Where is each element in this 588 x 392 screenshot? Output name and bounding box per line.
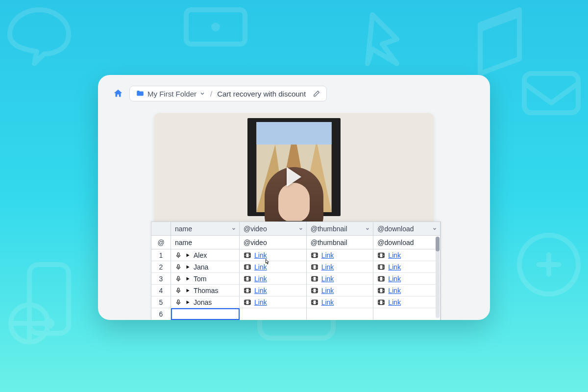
name-cell[interactable]: Thomas <box>171 285 240 296</box>
subheader-thumbnail[interactable]: @thumbnail <box>307 236 374 249</box>
subheader-download[interactable]: @download <box>373 236 441 249</box>
svg-rect-33 <box>378 300 384 304</box>
link-cell[interactable]: Link <box>373 249 441 261</box>
svg-rect-25 <box>378 276 384 281</box>
chevron-down-icon[interactable] <box>365 226 370 231</box>
svg-rect-2 <box>186 10 245 44</box>
breadcrumb-box: My First Folder / Cart recovery with dis… <box>129 86 327 101</box>
chevron-down-icon[interactable] <box>231 226 236 231</box>
spreadsheet[interactable]: name @video @thumbnail @download @ name … <box>151 221 441 320</box>
name-cell[interactable] <box>171 308 240 320</box>
row-index[interactable]: 4 <box>151 285 171 296</box>
name-cell[interactable]: Jana <box>171 261 240 272</box>
link-cell[interactable]: Link <box>240 249 307 261</box>
play-icon[interactable] <box>185 252 191 258</box>
link[interactable]: Link <box>254 263 267 271</box>
scrollbar[interactable] <box>436 237 440 318</box>
row-index[interactable]: 5 <box>151 296 171 308</box>
breadcrumb-folder[interactable]: My First Folder <box>136 89 205 98</box>
row-index[interactable]: 2 <box>151 261 171 272</box>
name-cell[interactable]: Tom <box>171 273 240 284</box>
sheet-subheader-row: @ name @video @thumbnail @download <box>151 236 441 249</box>
svg-rect-27 <box>245 288 250 293</box>
link[interactable]: Link <box>388 298 401 306</box>
svg-rect-20 <box>312 265 318 269</box>
link-cell[interactable]: Link <box>307 285 374 296</box>
link-cell[interactable] <box>373 308 441 320</box>
chevron-down-icon[interactable] <box>432 226 437 231</box>
film-icon <box>244 298 251 306</box>
link[interactable]: Link <box>388 263 401 271</box>
film-icon <box>377 263 385 271</box>
link-cell[interactable]: Link <box>307 273 374 284</box>
svg-rect-26 <box>177 288 179 291</box>
subheader-name[interactable]: name <box>171 236 240 249</box>
subheader-at[interactable]: @ <box>151 236 171 249</box>
link[interactable]: Link <box>254 251 267 259</box>
link[interactable]: Link <box>388 251 401 259</box>
edit-icon[interactable] <box>313 90 320 98</box>
link[interactable]: Link <box>321 263 334 271</box>
sheet-header-corner <box>151 222 171 235</box>
svg-rect-17 <box>378 253 384 257</box>
link-cell[interactable]: Link <box>240 296 307 308</box>
film-icon <box>311 287 318 294</box>
column-label: @download <box>377 225 414 233</box>
link[interactable]: Link <box>254 275 267 283</box>
sheet-header-name[interactable]: name <box>171 222 240 235</box>
sheet-header-thumbnail[interactable]: @thumbnail <box>307 222 374 235</box>
svg-rect-32 <box>312 300 318 304</box>
subheader-video[interactable]: @video <box>240 236 307 249</box>
link-cell[interactable]: Link <box>307 296 374 308</box>
link-cell[interactable] <box>240 308 307 320</box>
play-icon[interactable] <box>287 167 301 187</box>
sheet-header-video[interactable]: @video <box>240 222 307 235</box>
row-index[interactable]: 3 <box>151 273 171 284</box>
play-icon[interactable] <box>185 264 191 270</box>
app-card: My First Folder / Cart recovery with dis… <box>98 75 490 320</box>
breadcrumb-title[interactable]: Cart recovery with discount <box>217 90 306 98</box>
link-cell[interactable]: Link <box>373 261 441 272</box>
film-icon <box>377 251 385 259</box>
link-cell[interactable]: Link <box>373 285 441 296</box>
row-index[interactable]: 1 <box>151 249 171 261</box>
row-index[interactable]: 6 <box>151 308 171 320</box>
link-cell[interactable] <box>307 308 374 320</box>
link-cell[interactable]: Link <box>307 261 374 272</box>
link-cell[interactable]: Link <box>240 285 307 296</box>
home-icon[interactable] <box>113 88 123 99</box>
link[interactable]: Link <box>254 287 267 294</box>
table-row: 3TomLinkLinkLink <box>151 273 441 285</box>
svg-rect-18 <box>177 264 179 267</box>
play-icon[interactable] <box>185 299 191 305</box>
chevron-down-icon[interactable] <box>298 226 303 231</box>
link[interactable]: Link <box>388 287 401 294</box>
link[interactable]: Link <box>321 298 334 306</box>
svg-rect-30 <box>177 299 179 302</box>
svg-rect-23 <box>245 276 250 281</box>
microphone-icon <box>175 275 182 282</box>
play-icon[interactable] <box>185 288 191 294</box>
film-icon <box>311 298 318 306</box>
play-icon[interactable] <box>185 276 191 282</box>
film-icon <box>244 287 251 294</box>
link[interactable]: Link <box>388 275 401 283</box>
link-cell[interactable]: Link <box>373 273 441 284</box>
link[interactable]: Link <box>321 287 334 294</box>
sheet-header-download[interactable]: @download <box>373 222 441 235</box>
name-cell[interactable]: Jonas <box>171 296 240 308</box>
film-icon <box>311 275 318 283</box>
link-cell[interactable]: Link <box>240 273 307 284</box>
svg-point-3 <box>214 25 218 29</box>
link-cell[interactable]: Link <box>307 249 374 261</box>
film-icon <box>377 298 385 306</box>
scrollbar-thumb[interactable] <box>436 237 440 251</box>
name-cell[interactable]: Alex <box>171 249 240 261</box>
link-cell[interactable]: Link <box>240 261 307 272</box>
table-row: 2JanaLinkLinkLink <box>151 261 441 273</box>
link[interactable]: Link <box>254 298 267 306</box>
link-cell[interactable]: Link <box>373 296 441 308</box>
link[interactable]: Link <box>321 251 334 259</box>
link[interactable]: Link <box>321 275 334 283</box>
table-row: 1AlexLinkLinkLink <box>151 249 441 261</box>
